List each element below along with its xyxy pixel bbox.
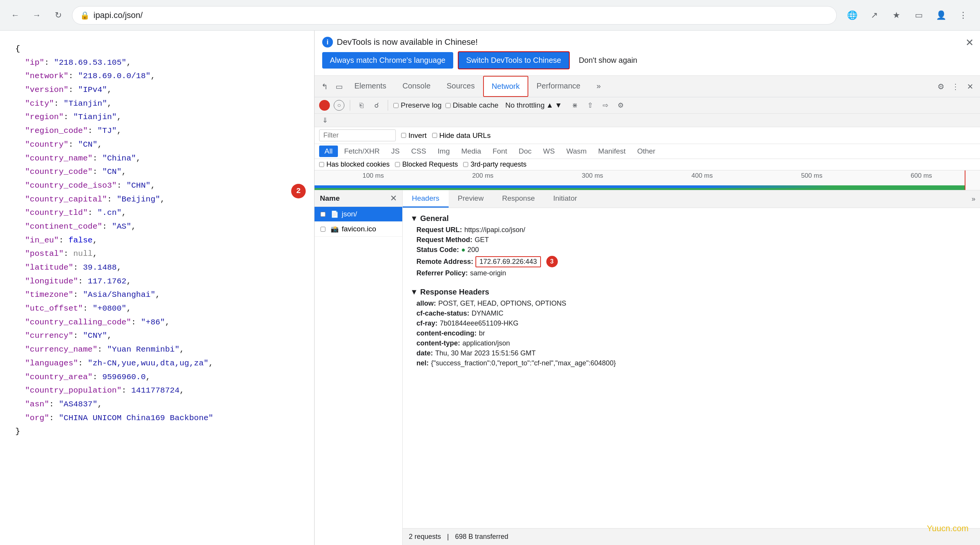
preserve-log-label[interactable]: Preserve log — [393, 101, 442, 110]
disable-cache-label[interactable]: Disable cache — [446, 101, 498, 110]
details-tab-response[interactable]: Response — [493, 190, 544, 208]
third-party-label[interactable]: 3rd-party requests — [463, 160, 526, 169]
filter-types-bar: All Fetch/XHR JS CSS Img Media Font Doc … — [315, 144, 980, 159]
badge-2-circle: 2 — [291, 184, 306, 198]
referrer-policy-row: Referrer Policy: same-origin — [410, 269, 972, 277]
filter-other[interactable]: Other — [632, 146, 661, 157]
profile-icon[interactable]: 👤 — [932, 6, 950, 25]
filter-manifest[interactable]: Manifest — [593, 146, 631, 157]
devtools-close-button[interactable]: ✕ — [963, 80, 977, 93]
filter-doc[interactable]: Doc — [513, 146, 537, 157]
json-checkbox[interactable] — [318, 212, 328, 217]
allow-row: allow: POST, GET, HEAD, OPTIONS, OPTIONS — [410, 300, 972, 308]
download-row: ⇓ — [315, 114, 980, 127]
json-line: "country_tld": ".cn", — [15, 206, 299, 220]
tab-performance[interactable]: Performance — [529, 76, 588, 97]
timeline-200: 200 ms — [428, 172, 538, 180]
settings-icon[interactable]: ⚙ — [934, 80, 948, 93]
hide-data-urls-label[interactable]: Hide data URLs — [432, 131, 491, 140]
timeline-600: 600 ms — [867, 172, 976, 180]
bookmark-icon[interactable]: ★ — [887, 6, 906, 25]
tab-console[interactable]: Console — [395, 76, 438, 97]
tab-sources[interactable]: Sources — [439, 76, 482, 97]
filter-wasm[interactable]: Wasm — [561, 146, 592, 157]
tab-more[interactable]: » — [589, 76, 608, 97]
disable-cache-checkbox[interactable] — [446, 103, 451, 108]
response-headers-title: ▼ Response Headers — [410, 288, 972, 296]
settings-network-icon[interactable]: ⚙ — [615, 100, 626, 111]
export-icon[interactable]: ⇨ — [600, 100, 611, 111]
details-tab-initiator[interactable]: Initiator — [544, 190, 586, 208]
switch-devtools-button[interactable]: Switch DevTools to Chinese — [458, 51, 570, 69]
blocked-cookies-label[interactable]: Has blocked cookies — [319, 160, 390, 169]
throttle-select[interactable]: All No throttling ▲ ▼ — [502, 100, 565, 111]
close-details-button[interactable]: ✕ — [390, 193, 397, 203]
status-bar: 2 requests | 698 B transferred — [403, 528, 980, 545]
third-party-checkbox[interactable] — [463, 162, 468, 167]
filter-all[interactable]: All — [319, 146, 338, 157]
filter-media[interactable]: Media — [456, 146, 487, 157]
share-icon[interactable]: ↗ — [865, 6, 883, 25]
name-col-header: Name ✕ — [315, 190, 402, 207]
favicon-checkbox[interactable] — [318, 227, 328, 232]
invert-label[interactable]: Invert — [401, 131, 427, 140]
filter-fetch-xhr[interactable]: Fetch/XHR — [339, 146, 385, 157]
import-icon[interactable]: ⇧ — [584, 100, 596, 111]
details-more-button[interactable]: » — [967, 191, 980, 207]
name-column: Name ✕ 📄 json/ 📸 favicon.ico — [315, 190, 403, 545]
filter-icon[interactable]: ⎗ — [356, 100, 367, 111]
address-bar[interactable]: 🔒 ipapi.co/json/ — [72, 6, 837, 25]
filter-js[interactable]: JS — [386, 146, 405, 157]
dont-show-button[interactable]: Don't show again — [574, 52, 642, 69]
timeline-300: 300 ms — [538, 172, 647, 180]
device-icon[interactable]: ▭ — [332, 80, 346, 93]
details-tab-headers[interactable]: Headers — [403, 190, 449, 208]
cast-icon[interactable]: ▭ — [910, 6, 928, 25]
filter-font[interactable]: Font — [487, 146, 513, 157]
hide-data-urls-checkbox[interactable] — [432, 133, 437, 138]
notification-banner: i DevTools is now available in Chinese! … — [315, 31, 980, 76]
download-button[interactable]: ⇓ — [319, 115, 331, 126]
notification-actions: Always match Chrome's language Switch De… — [322, 51, 972, 69]
general-section-title: ▼ General — [410, 214, 972, 223]
wifi-icon[interactable]: ⋇ — [569, 100, 580, 111]
list-item-favicon[interactable]: 📸 favicon.ico — [315, 222, 402, 237]
blocked-cookies-checkbox[interactable] — [319, 162, 324, 167]
tab-network[interactable]: Network — [483, 76, 528, 97]
filter-input[interactable] — [319, 129, 396, 141]
network-toolbar: ○ ⎗ ☌ Preserve log Disable cache All No … — [315, 97, 980, 114]
no-throttling-label: No throttling — [505, 101, 544, 110]
list-item-json[interactable]: 📄 json/ — [315, 207, 402, 222]
translate-icon[interactable]: 🌐 — [843, 6, 861, 25]
blocked-requests-checkbox[interactable] — [395, 162, 400, 167]
filter-css[interactable]: CSS — [406, 146, 431, 157]
menu-icon[interactable]: ⋮ — [954, 6, 972, 25]
close-notification-button[interactable]: ✕ — [965, 37, 974, 49]
json-line: "latitude": 39.1488, — [15, 261, 299, 275]
timeline-400: 400 ms — [647, 172, 757, 180]
invert-checkbox[interactable] — [401, 133, 406, 138]
content-type-row: content-type: application/json — [410, 339, 972, 347]
record-button[interactable] — [319, 100, 330, 111]
cursor-icon[interactable]: ↰ — [318, 80, 331, 93]
json-line: "country_code": "CN", — [15, 165, 299, 179]
details-tab-preview[interactable]: Preview — [449, 190, 493, 208]
always-match-button[interactable]: Always match Chrome's language — [322, 52, 453, 69]
back-button[interactable]: ← — [8, 8, 23, 23]
tab-elements[interactable]: Elements — [347, 76, 394, 97]
forward-button[interactable]: → — [29, 8, 44, 23]
preserve-log-checkbox[interactable] — [393, 103, 398, 108]
json-line: "ip": "218.69.53.105", — [15, 56, 299, 70]
filter-bar: Invert Hide data URLs — [315, 127, 980, 144]
refresh-button[interactable]: ↻ — [51, 8, 66, 23]
blocked-requests-label[interactable]: Blocked Requests — [395, 160, 458, 169]
search-icon[interactable]: ☌ — [371, 100, 382, 111]
details-panel: Headers Preview Response Initiator » ▼ G… — [403, 190, 980, 545]
image-icon: 📸 — [331, 225, 339, 233]
devtools-more-icon[interactable]: ⋮ — [949, 80, 962, 93]
timeline-cursor — [965, 170, 965, 190]
requests-count: 2 requests — [409, 533, 441, 541]
filter-ws[interactable]: WS — [538, 146, 560, 157]
filter-img[interactable]: Img — [432, 146, 455, 157]
clear-button[interactable]: ○ — [334, 100, 344, 111]
